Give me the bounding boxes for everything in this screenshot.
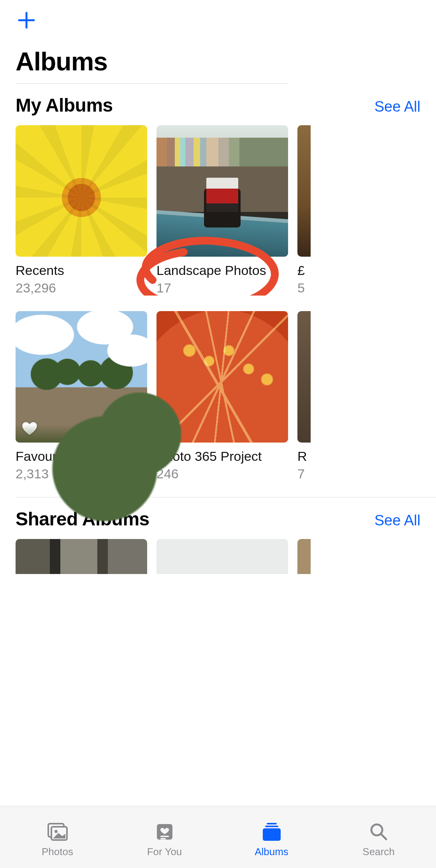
shared-album-thumbnail[interactable] xyxy=(156,539,288,574)
svg-line-12 xyxy=(381,834,386,839)
svg-point-4 xyxy=(54,830,58,833)
tab-label: Photos xyxy=(42,846,73,858)
svg-rect-9 xyxy=(265,826,278,827)
top-toolbar xyxy=(0,0,436,35)
album-name: R xyxy=(297,449,311,464)
see-all-shared-albums[interactable]: See All xyxy=(374,512,420,529)
tab-label: For You xyxy=(147,846,182,858)
photos-icon xyxy=(47,821,69,843)
album-count: 5 xyxy=(297,280,311,296)
album-thumbnail xyxy=(16,125,147,257)
tab-label: Search xyxy=(362,846,394,858)
svg-rect-10 xyxy=(263,828,281,841)
section-title: My Albums xyxy=(16,94,113,116)
album-thumbnail xyxy=(297,125,311,257)
shared-albums-row xyxy=(0,539,436,574)
svg-rect-8 xyxy=(267,823,277,824)
svg-rect-6 xyxy=(160,836,169,837)
tab-photos[interactable]: Photos xyxy=(19,821,97,858)
albums-icon xyxy=(261,821,283,843)
tab-bar: Photos For You Albums xyxy=(0,806,436,868)
album-thumbnail xyxy=(297,311,311,443)
for-you-icon xyxy=(154,821,176,843)
tab-for-you[interactable]: For You xyxy=(126,821,204,858)
album-card-peek[interactable]: R 7 xyxy=(297,311,311,481)
add-button[interactable] xyxy=(16,9,37,31)
search-icon xyxy=(368,821,390,843)
album-name: £ xyxy=(297,263,311,278)
tab-search[interactable]: Search xyxy=(340,821,418,858)
svg-rect-7 xyxy=(160,838,166,840)
shared-album-thumbnail-peek[interactable] xyxy=(297,539,311,574)
tab-label: Albums xyxy=(255,846,288,858)
tab-albums[interactable]: Albums xyxy=(233,821,311,858)
album-card-peek[interactable]: £ 5 xyxy=(297,125,311,296)
plus-icon xyxy=(18,11,35,29)
see-all-my-albums[interactable]: See All xyxy=(374,98,420,115)
page-title: Albums xyxy=(0,35,436,83)
section-header-my-albums: My Albums See All xyxy=(0,84,436,125)
album-count: 7 xyxy=(297,466,311,481)
album-thumbnail xyxy=(156,125,288,257)
